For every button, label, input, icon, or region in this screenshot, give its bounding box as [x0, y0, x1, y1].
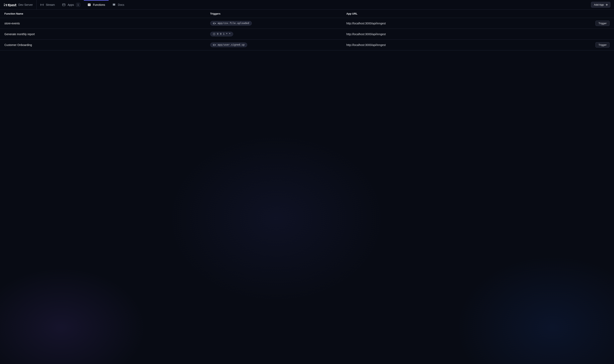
event-trigger-pill: app/csv.file.uploaded	[210, 21, 252, 26]
svg-point-4	[42, 4, 42, 5]
nav-stream[interactable]: Stream	[37, 0, 58, 9]
broadcast-icon	[40, 3, 44, 7]
background-glow	[0, 0, 614, 364]
event-icon	[213, 44, 216, 46]
brand-product-label: Dev Server	[18, 3, 33, 6]
nav-stream-label: Stream	[46, 3, 55, 6]
col-header-function-name: Function Name	[4, 12, 210, 15]
add-app-label: Add App	[594, 3, 604, 6]
table-row[interactable]: Generate monthly report 0 0 1 * *http://…	[0, 29, 614, 39]
window-icon	[62, 3, 66, 7]
trigger-cell: app/csv.file.uploaded	[210, 21, 346, 26]
svg-point-12	[215, 44, 216, 45]
col-header-app-url: App URL	[346, 12, 584, 15]
brand-logo-icon	[4, 3, 16, 7]
svg-rect-0	[4, 3, 5, 4]
table-header: Function Name Triggers App URL	[0, 10, 614, 18]
col-header-triggers: Triggers	[210, 12, 346, 15]
nav-docs[interactable]: Docs	[109, 0, 128, 9]
trigger-button[interactable]: Trigger	[595, 42, 610, 48]
svg-rect-1	[4, 4, 5, 6]
nav-functions-label: Functions	[93, 3, 105, 6]
table-row[interactable]: store-events app/csv.file.uploadedhttp:/…	[0, 18, 614, 29]
action-cell: Trigger	[584, 42, 610, 48]
function-name: Generate monthly report	[4, 33, 210, 36]
event-icon	[213, 22, 216, 25]
trigger-cell: 0 0 1 * *	[210, 32, 346, 36]
action-cell: Trigger	[584, 21, 610, 26]
table-row[interactable]: Customer Onboarding app/user.signed.upht…	[0, 39, 614, 50]
trigger-cell: app/user.signed.up	[210, 42, 346, 47]
trigger-text: 0 0 1 * *	[217, 33, 231, 35]
brand: Dev Server	[0, 0, 37, 9]
svg-rect-3	[10, 4, 11, 7]
add-app-button[interactable]: Add App	[591, 2, 610, 8]
plus-icon	[605, 3, 608, 6]
top-nav: Dev Server Stream Apps 1	[0, 0, 614, 10]
cron-trigger-pill: 0 0 1 * *	[210, 32, 233, 36]
nav-docs-label: Docs	[118, 3, 124, 6]
function-name: Customer Onboarding	[4, 43, 210, 47]
clock-icon	[213, 33, 215, 35]
code-icon	[87, 3, 91, 7]
nav-apps-label: Apps	[68, 3, 74, 6]
book-icon	[112, 3, 116, 7]
functions-table: Function Name Triggers App URL store-eve…	[0, 10, 614, 50]
svg-rect-5	[62, 4, 65, 6]
svg-rect-7	[88, 4, 91, 6]
nav-functions[interactable]: Functions	[84, 0, 109, 9]
apps-count-badge: 1	[76, 3, 80, 7]
app-url: http://localhost:3000/api/inngest	[346, 33, 584, 36]
app-url: http://localhost:3000/api/inngest	[346, 22, 584, 25]
event-trigger-pill: app/user.signed.up	[210, 42, 247, 47]
trigger-text: app/csv.file.uploaded	[218, 22, 249, 25]
nav-apps[interactable]: Apps 1	[58, 0, 84, 9]
trigger-button[interactable]: Trigger	[595, 21, 610, 26]
trigger-text: app/user.signed.up	[218, 44, 245, 46]
function-name: store-events	[4, 22, 210, 25]
app-url: http://localhost:3000/api/inngest	[346, 43, 584, 47]
main-nav: Stream Apps 1 Functions	[37, 0, 128, 9]
svg-point-10	[215, 23, 216, 24]
